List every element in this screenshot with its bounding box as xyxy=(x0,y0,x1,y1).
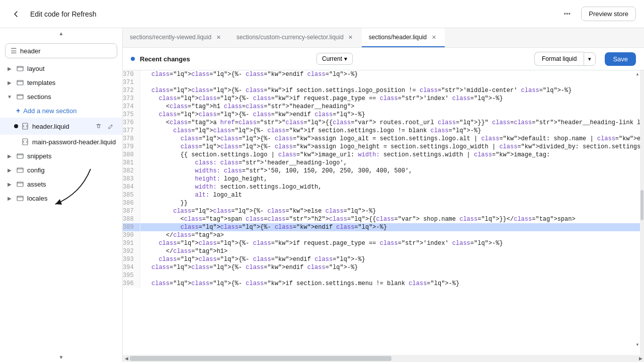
sidebar-item-snippets[interactable]: ▶ snippets xyxy=(0,149,122,163)
chevron-right-icon: ▶ xyxy=(6,180,13,188)
tab-custom-currency[interactable]: sections/custom-currency-selector.liquid… xyxy=(229,28,362,47)
table-row: 371 xyxy=(123,78,644,86)
line-code: class="lq">class="lq">{%- class="kw">end… xyxy=(140,255,644,263)
sidebar-item-config[interactable]: ▶ config xyxy=(0,163,122,177)
table-row: 379 class="lq">class="lq">{%- class="kw"… xyxy=(123,143,644,151)
line-code: <class="tag">h1 class=class="str">"heade… xyxy=(140,103,644,111)
line-code: class="lq">class="lq">{%- class="kw">end… xyxy=(140,223,644,231)
folder-open-icon xyxy=(16,93,24,101)
line-code: </class="tag">h1> xyxy=(140,247,644,255)
folder-icon xyxy=(16,166,24,174)
table-row: 374 <class="tag">h1 class=class="str">"h… xyxy=(123,103,644,111)
line-number: 371 xyxy=(123,78,140,86)
line-number: 385 xyxy=(123,191,140,199)
save-button[interactable]: Save xyxy=(605,52,636,66)
recent-changes-title: Recent changes xyxy=(140,55,311,63)
tab-header[interactable]: sections/header.liquid ✕ xyxy=(362,28,445,47)
liquid-file-icon xyxy=(21,122,29,130)
sidebar-item-main-password[interactable]: main-password-header.liquid xyxy=(0,135,122,149)
preview-store-button[interactable]: Preview store xyxy=(581,7,636,21)
topbar-title: Edit code for Refresh xyxy=(30,10,553,18)
format-liquid-button[interactable]: Format liquid xyxy=(534,52,584,66)
back-button[interactable] xyxy=(8,6,24,22)
line-number: 379 xyxy=(123,143,140,151)
chevron-down-icon: ▾ xyxy=(344,55,347,62)
folder-icon xyxy=(16,194,24,202)
sidebar-item-assets[interactable]: ▶ assets xyxy=(0,177,122,191)
sidebar-item-header-liquid[interactable]: header.liquid xyxy=(0,118,122,135)
topbar: Edit code for Refresh ••• Preview store xyxy=(0,0,644,28)
scroll-bottom-arrow[interactable]: ▼ xyxy=(635,342,640,347)
line-code: class="lq">class="lq">{%- class="kw">end… xyxy=(140,263,644,272)
table-row: 380 {{ section.settings.logo | class="kw… xyxy=(123,151,644,159)
tab-header-close[interactable]: ✕ xyxy=(430,33,438,41)
line-code: class="lq">class="lq">{%- class="kw">if … xyxy=(140,280,644,288)
scroll-right-arrow[interactable]: ▶ xyxy=(637,355,644,362)
line-number: 374 xyxy=(123,103,140,111)
svg-rect-6 xyxy=(17,168,23,172)
line-code: <class="tag">span class=class="str">"h2"… xyxy=(140,215,644,223)
scroll-top-arrow[interactable]: ▲ xyxy=(635,71,640,76)
search-box: ☰ xyxy=(5,43,117,58)
table-row: 382 widths: class="str">'50, 100, 150, 2… xyxy=(123,167,644,175)
horizontal-scrollbar[interactable]: ◀ ▶ xyxy=(123,355,644,362)
search-input[interactable] xyxy=(20,47,112,55)
sidebar-item-locales[interactable]: ▶ locales xyxy=(0,191,122,205)
vertical-scrollbar[interactable] xyxy=(640,70,644,355)
format-liquid-chevron[interactable]: ▾ xyxy=(584,52,596,66)
svg-rect-1 xyxy=(17,80,23,85)
svg-rect-5 xyxy=(17,154,23,158)
chevron-right-icon: ▶ xyxy=(6,166,13,173)
table-row: 381 class: class="str">'header__heading-… xyxy=(123,159,644,167)
table-row: 396 class="lq">class="lq">{%- class="kw"… xyxy=(123,280,644,288)
line-number: 396 xyxy=(123,280,140,288)
table-row: 395 xyxy=(123,272,644,280)
line-number: 370 xyxy=(123,70,140,78)
tab-custom-currency-close[interactable]: ✕ xyxy=(347,33,355,41)
liquid-file-icon xyxy=(21,138,29,146)
chevron-right-icon: ▶ xyxy=(6,195,13,202)
scrollbar-thumb xyxy=(640,190,643,220)
current-label: Current xyxy=(322,55,342,62)
line-number: 395 xyxy=(123,272,140,280)
main-layout: ▲ ☰ ▶ layout ▶ templates xyxy=(0,28,644,362)
line-code: class="lq">class="lq">{%- class="kw">if … xyxy=(140,95,644,103)
svg-rect-2 xyxy=(17,95,23,99)
add-section-button[interactable]: + Add a new section xyxy=(0,104,122,118)
tabs-bar: sections/recently-viewed.liquid ✕ sectio… xyxy=(123,28,644,48)
line-code: {{ section.settings.logo | class="kw">im… xyxy=(140,151,644,159)
svg-rect-0 xyxy=(17,66,23,71)
sidebar-item-layout[interactable]: ▶ layout xyxy=(0,61,122,75)
line-number: 376 xyxy=(123,119,140,127)
scroll-up-indicator[interactable]: ▲ xyxy=(0,28,122,38)
code-table: 370 class="lq">class="lq">{%- class="kw"… xyxy=(123,70,644,288)
sidebar-item-templates[interactable]: ▶ templates xyxy=(0,75,122,89)
table-row: 373 class="lq">class="lq">{%- class="kw"… xyxy=(123,95,644,103)
line-number: 381 xyxy=(123,159,140,167)
table-row: 387 class="lq">class="lq">{%- class="kw"… xyxy=(123,207,644,215)
sidebar-scroll: ▶ layout ▶ templates ▼ sectio xyxy=(0,61,122,352)
folder-icon xyxy=(16,64,24,72)
delete-file-button[interactable] xyxy=(93,121,104,132)
more-button[interactable]: ••• xyxy=(559,6,575,22)
line-number: 392 xyxy=(123,247,140,255)
line-code: width: section.settings.logo_width, xyxy=(140,183,644,191)
current-button[interactable]: Current ▾ xyxy=(316,53,353,65)
line-number: 388 xyxy=(123,215,140,223)
line-code xyxy=(140,272,644,280)
line-number: 394 xyxy=(123,263,140,272)
tab-header-label: sections/header.liquid xyxy=(369,34,427,41)
scroll-left-arrow[interactable]: ◀ xyxy=(123,355,130,362)
line-code: </class="tag">a> xyxy=(140,231,644,239)
code-editor[interactable]: 370 class="lq">class="lq">{%- class="kw"… xyxy=(123,70,644,355)
scroll-down-indicator[interactable]: ▼ xyxy=(0,352,122,362)
sidebar-item-sections[interactable]: ▼ sections xyxy=(0,89,122,104)
rename-file-button[interactable] xyxy=(105,121,116,132)
table-row: 378 class="lq">class="lq">{%- class="kw"… xyxy=(123,135,644,143)
tab-recently-viewed[interactable]: sections/recently-viewed.liquid ✕ xyxy=(123,28,229,47)
table-row: 370 class="lq">class="lq">{%- class="kw"… xyxy=(123,70,644,78)
table-row: 393 class="lq">class="lq">{%- class="kw"… xyxy=(123,255,644,263)
tab-recently-viewed-close[interactable]: ✕ xyxy=(214,33,222,41)
editor-area: sections/recently-viewed.liquid ✕ sectio… xyxy=(123,28,644,362)
table-row: 375 class="lq">class="lq">{%- class="kw"… xyxy=(123,111,644,119)
